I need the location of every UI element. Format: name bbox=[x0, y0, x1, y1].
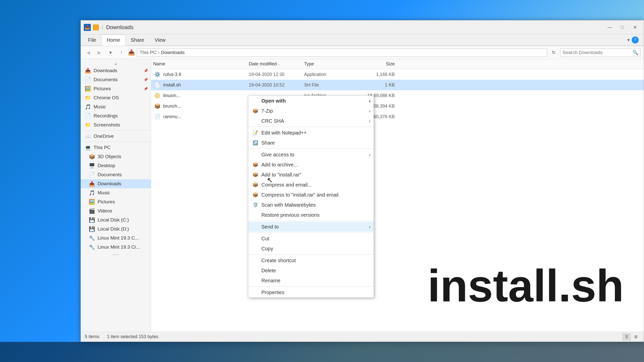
sidebar-item-linux-mint-2[interactable]: 🔧 Linux Mint 19.3 Ci... bbox=[81, 243, 151, 252]
table-row[interactable]: ⚙️ rufus-3.9 19-04-2020 12:30 Applicatio… bbox=[151, 69, 644, 80]
ctx-item-cut[interactable]: Cut bbox=[248, 234, 374, 244]
sidebar-item-onedrive[interactable]: ☁️ OneDrive bbox=[81, 132, 151, 141]
tab-home[interactable]: Home bbox=[101, 34, 125, 46]
ctx-item-open-with[interactable]: Open with › bbox=[248, 96, 374, 106]
list-view-button[interactable]: ☰ bbox=[623, 333, 631, 340]
ctx-item-compress-install-email[interactable]: 📦 Compress to "install.rar" and email bbox=[248, 190, 374, 200]
videos-icon: 🎬 bbox=[89, 208, 95, 214]
ctx-item-restore[interactable]: Restore previous versions bbox=[248, 210, 374, 220]
ctx-item-add-archive[interactable]: 📦 Add to archive... bbox=[248, 160, 374, 170]
col-header-date[interactable]: Date modified ↓ bbox=[249, 61, 304, 67]
desktop-icon: 🖥️ bbox=[89, 163, 95, 169]
recordings-icon: 📄 bbox=[85, 113, 91, 119]
sidebar-item-chrome-os[interactable]: 📁 Chrome OS bbox=[81, 93, 151, 102]
ctx-item-copy[interactable]: Copy bbox=[248, 244, 374, 254]
sidebar-item-this-pc[interactable]: 💻 This PC bbox=[81, 143, 151, 152]
sidebar: ▲ 📥 Downloads 📌 📄 Documents 📌 🖼️ Picture… bbox=[81, 59, 151, 332]
path-this-pc[interactable]: This PC bbox=[140, 50, 157, 55]
ctx-item-scan-malware[interactable]: 🛡️ Scan with Malwarebytes bbox=[248, 200, 374, 210]
sidebar-item-recordings[interactable]: 📄 Recordings bbox=[81, 111, 151, 120]
sidebar-item-documents2[interactable]: 📄 Documents bbox=[81, 170, 151, 179]
search-input[interactable] bbox=[562, 50, 631, 55]
malware-icon: 🛡️ bbox=[252, 202, 258, 208]
sidebar-item-linux-mint-1[interactable]: 🔧 Linux Mint 19.3 C... bbox=[81, 234, 151, 243]
ctx-label: Properties bbox=[261, 290, 284, 295]
ctx-item-delete[interactable]: Delete bbox=[248, 265, 374, 276]
ctx-label: Delete bbox=[261, 268, 276, 274]
forward-button[interactable]: ▶ bbox=[95, 49, 104, 57]
search-icon: 🔍 bbox=[632, 50, 638, 55]
music-icon: 🎵 bbox=[85, 104, 91, 110]
sidebar-item-label: Documents bbox=[94, 77, 118, 82]
sidebar-item-videos[interactable]: 🎬 Videos bbox=[81, 206, 151, 215]
ctx-item-rename[interactable]: Rename bbox=[248, 276, 374, 286]
sidebar-item-desktop[interactable]: 🖥️ Desktop bbox=[81, 161, 151, 170]
ctx-label: Send to bbox=[261, 224, 279, 230]
sidebar-item-screenshots[interactable]: 📁 Screenshots bbox=[81, 120, 151, 129]
back-button[interactable]: ◀ bbox=[84, 49, 93, 57]
ctx-label: CRC SHA bbox=[261, 118, 284, 124]
sidebar-item-documents-pin[interactable]: 📄 Documents 📌 bbox=[81, 75, 151, 84]
linux-mint-2-icon: 🔧 bbox=[89, 244, 95, 250]
ctx-item-add-install-rar[interactable]: 📦 Add to "install.rar" bbox=[248, 170, 374, 180]
address-path[interactable]: This PC › Downloads bbox=[137, 49, 547, 57]
table-row[interactable]: 📀 linuxm... iso Archive 19,89,088 KB bbox=[151, 90, 644, 101]
file-size: 1,166 KB bbox=[354, 72, 395, 77]
tab-file[interactable]: File bbox=[83, 34, 101, 46]
sidebar-item-pictures2[interactable]: 🖼️ Pictures bbox=[81, 197, 151, 206]
sidebar-item-label: Pictures bbox=[94, 86, 111, 92]
minimize-button[interactable]: — bbox=[604, 23, 616, 32]
sidebar-item-label: Videos bbox=[98, 208, 112, 214]
local-c-icon: 💾 bbox=[89, 217, 95, 223]
sidebar-item-downloads-pin[interactable]: 📥 Downloads 📌 bbox=[81, 66, 151, 75]
ctx-item-7zip[interactable]: 📦 7-Zip bbox=[248, 106, 374, 116]
ctx-item-crc-sha[interactable]: CRC SHA bbox=[248, 116, 374, 126]
ctx-item-create-shortcut[interactable]: Create shortcut bbox=[248, 255, 374, 265]
sidebar-item-3d-objects[interactable]: 📦 3D Objects bbox=[81, 152, 151, 161]
window-controls: — □ ✕ bbox=[604, 23, 641, 32]
recent-button[interactable]: ▾ bbox=[106, 49, 115, 57]
sidebar-item-pictures-pin[interactable]: 🖼️ Pictures 📌 bbox=[81, 84, 151, 93]
ribbon-expand-icon[interactable]: ▾ bbox=[627, 37, 630, 43]
ctx-item-share[interactable]: ↗️ Share bbox=[248, 138, 374, 148]
col-header-name[interactable]: Name bbox=[153, 61, 249, 67]
table-row[interactable]: 📄 install.sh 19-04-2020 10:52 SH File 1 … bbox=[151, 80, 644, 90]
onedrive-icon: ☁️ bbox=[85, 133, 91, 139]
ctx-item-give-access[interactable]: Give access to bbox=[248, 150, 374, 160]
compress-install-email-icon: 📦 bbox=[252, 192, 258, 198]
file-name: install.sh bbox=[163, 82, 249, 88]
give-access-icon bbox=[252, 152, 258, 158]
sidebar-item-music2[interactable]: 🎵 Music bbox=[81, 188, 151, 197]
sidebar-item-downloads2[interactable]: 📥 Downloads bbox=[81, 179, 151, 188]
ctx-item-edit-notepad[interactable]: 📝 Edit with Notepad++ bbox=[248, 128, 374, 138]
search-box[interactable]: 🔍 bbox=[560, 49, 641, 57]
ctx-label: Open with bbox=[261, 98, 286, 104]
sidebar-scroll-more[interactable]: • • • bbox=[81, 252, 151, 258]
ctx-item-send-to[interactable]: Send to bbox=[248, 222, 374, 232]
window-icon: 📥 bbox=[84, 24, 91, 31]
sidebar-item-label: Recordings bbox=[94, 113, 118, 119]
close-button[interactable]: ✕ bbox=[629, 23, 641, 32]
ctx-item-properties[interactable]: Properties bbox=[248, 287, 374, 297]
ribbon-help-icon[interactable]: ? bbox=[632, 36, 639, 43]
sidebar-scroll-up[interactable]: ▲ bbox=[81, 61, 151, 66]
path-downloads[interactable]: Downloads bbox=[161, 50, 185, 55]
tab-share[interactable]: Share bbox=[126, 34, 149, 46]
context-menu: Open with › 📦 7-Zip CRC SHA 📝 Edit with … bbox=[248, 96, 374, 298]
col-header-size[interactable]: Size bbox=[354, 61, 395, 67]
table-row[interactable]: 📦 brunch... WinRAR archive 5,08,394 KB bbox=[151, 101, 644, 111]
table-row[interactable]: 📄 rammu... BIN File 26,60,376 KB bbox=[151, 111, 644, 122]
sidebar-item-music[interactable]: 🎵 Music bbox=[81, 102, 151, 111]
col-header-type[interactable]: Type bbox=[304, 61, 354, 67]
refresh-button[interactable]: ↻ bbox=[549, 49, 558, 57]
ctx-item-compress-email[interactable]: 📦 Compress and email... bbox=[248, 180, 374, 190]
maximize-button[interactable]: □ bbox=[617, 23, 628, 32]
pin-icon: 📌 bbox=[144, 78, 148, 82]
up-button[interactable]: ↑ bbox=[117, 49, 126, 57]
sidebar-item-local-c[interactable]: 💾 Local Disk (C:) bbox=[81, 215, 151, 224]
sidebar-item-label: Linux Mint 19.3 Ci... bbox=[98, 244, 140, 250]
tab-view[interactable]: View bbox=[149, 34, 171, 46]
sidebar-item-local-d[interactable]: 💾 Local Disk (D:) bbox=[81, 224, 151, 234]
details-view-button[interactable]: ⊞ bbox=[632, 333, 640, 340]
pin-icon: 📌 bbox=[144, 69, 148, 73]
